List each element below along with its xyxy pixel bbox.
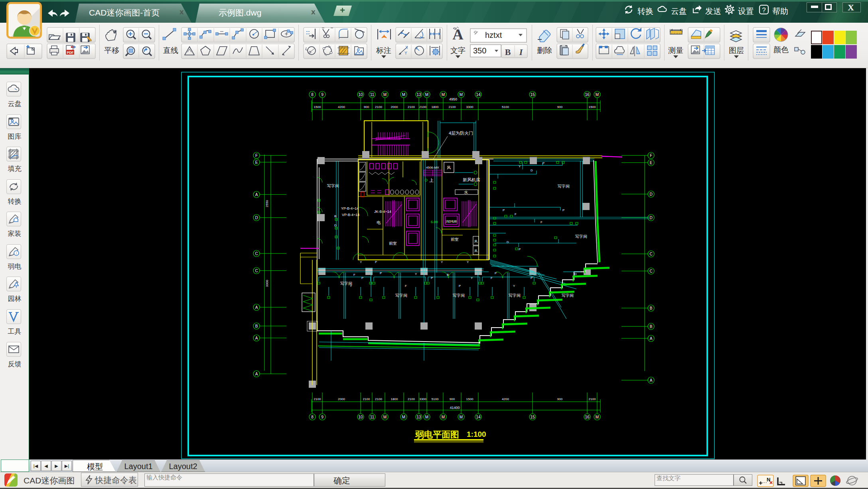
svg-text:前室: 前室: [451, 237, 459, 242]
svg-text:2100: 2100: [408, 397, 415, 401]
svg-text:C: C: [255, 251, 258, 256]
svg-text:C: C: [649, 269, 652, 273]
svg-text:D: D: [255, 216, 258, 220]
svg-text:4506-MX: 4506-MX: [426, 166, 439, 169]
svg-text:前室: 前室: [389, 241, 397, 245]
svg-text:写字间: 写字间: [562, 293, 574, 298]
svg-text:4层为防火门: 4层为防火门: [449, 131, 473, 136]
svg-text:P: P: [531, 276, 533, 280]
svg-text:13: 13: [416, 415, 421, 419]
svg-text:1500: 1500: [466, 397, 473, 401]
svg-text:2100: 2100: [363, 397, 370, 401]
svg-text:X: X: [405, 45, 408, 50]
svg-text:900: 900: [450, 397, 455, 401]
svg-text:D: D: [334, 224, 337, 227]
svg-text:M: M: [402, 415, 405, 419]
svg-text:16: 16: [585, 92, 590, 97]
svg-text:风: 风: [474, 240, 477, 243]
svg-text:B: B: [334, 214, 336, 218]
svg-text:1800: 1800: [391, 397, 398, 401]
svg-text:删除: 删除: [537, 46, 552, 55]
svg-text:写字间: 写字间: [453, 293, 465, 298]
svg-text:2100: 2100: [375, 105, 382, 109]
svg-text:Y: Y: [467, 260, 469, 264]
svg-text:消防电梯: 消防电梯: [446, 220, 457, 223]
svg-text:Y: Y: [415, 272, 417, 276]
svg-text:图层: 图层: [729, 46, 744, 55]
svg-text:Y: Y: [350, 284, 352, 288]
svg-text:I: I: [519, 47, 523, 57]
svg-text:PDF: PDF: [67, 51, 74, 55]
svg-text:8: 8: [311, 415, 314, 419]
svg-text:16: 16: [585, 415, 590, 419]
svg-text:11: 11: [370, 92, 375, 97]
svg-text:2100: 2100: [408, 105, 415, 109]
svg-text:5100: 5100: [502, 105, 509, 109]
svg-text:B: B: [447, 273, 449, 277]
svg-text:写字间: 写字间: [575, 234, 587, 239]
svg-text:B: B: [650, 306, 653, 310]
svg-text:D: D: [649, 192, 652, 196]
svg-text:P: P: [459, 284, 461, 288]
svg-text:写字间: 写字间: [395, 293, 407, 298]
svg-text:Y: Y: [360, 260, 362, 264]
svg-text:4950: 4950: [449, 97, 457, 101]
svg-text:6.00: 6.00: [431, 220, 438, 224]
svg-text:A: A: [452, 26, 464, 43]
svg-text:P: P: [361, 276, 363, 280]
svg-text:M: M: [402, 92, 405, 97]
svg-text:直线: 直线: [163, 46, 178, 55]
svg-text:风: 风: [447, 165, 451, 170]
svg-text:?: ?: [762, 6, 765, 14]
svg-text:平移: 平移: [104, 46, 119, 55]
svg-text:M: M: [442, 92, 445, 97]
svg-text:C: C: [649, 252, 652, 256]
svg-text:2100: 2100: [314, 397, 321, 401]
svg-text:C: C: [255, 269, 258, 273]
svg-text:F: F: [255, 153, 258, 158]
svg-text:M: M: [460, 92, 463, 97]
svg-text:M: M: [442, 415, 445, 419]
svg-text:YP-B-4~14: YP-B-4~14: [341, 206, 359, 210]
svg-text:A: A: [255, 372, 258, 376]
svg-text:P: P: [503, 208, 505, 212]
svg-text:10: 10: [358, 92, 363, 97]
svg-text:M: M: [425, 92, 428, 97]
svg-text:14: 14: [476, 92, 481, 97]
svg-text:3300: 3300: [265, 280, 269, 287]
svg-text:A: A: [255, 192, 258, 197]
svg-text:4200: 4200: [502, 397, 509, 401]
svg-text:15: 15: [530, 415, 535, 419]
svg-text:5100: 5100: [432, 397, 439, 401]
svg-text:2100: 2100: [449, 105, 456, 109]
svg-text:电: 电: [377, 220, 381, 225]
svg-text:M: M: [596, 92, 599, 97]
svg-text:2100: 2100: [419, 105, 426, 109]
svg-text:B: B: [505, 47, 511, 57]
svg-text:2100: 2100: [589, 397, 596, 401]
svg-text:P: P: [519, 247, 521, 251]
svg-text:测量: 测量: [668, 46, 683, 55]
svg-text:P: P: [562, 208, 564, 212]
svg-text:Y: Y: [404, 51, 407, 55]
svg-text:写字间: 写字间: [558, 184, 570, 189]
svg-text:D: D: [574, 272, 577, 276]
svg-text:M: M: [460, 415, 463, 419]
svg-text:900: 900: [364, 105, 369, 109]
svg-text:9: 9: [321, 92, 324, 97]
svg-text:M: M: [425, 415, 428, 419]
svg-text:F: F: [353, 273, 355, 277]
svg-text:VP-B-4~14: VP-B-4~14: [342, 213, 359, 217]
svg-text:A: A: [650, 336, 653, 341]
svg-text:弱电平面图: 弱电平面图: [415, 430, 459, 440]
svg-text:B: B: [650, 324, 653, 329]
svg-text:P: P: [380, 271, 382, 275]
svg-text:F: F: [515, 212, 517, 216]
svg-text:!: !: [16, 251, 17, 255]
svg-text:D: D: [649, 216, 652, 220]
svg-text:F: F: [405, 284, 407, 288]
svg-text:P: P: [542, 161, 544, 165]
svg-text:颜色: 颜色: [773, 45, 789, 54]
svg-text:B: B: [255, 324, 258, 328]
svg-text:900: 900: [557, 397, 563, 401]
